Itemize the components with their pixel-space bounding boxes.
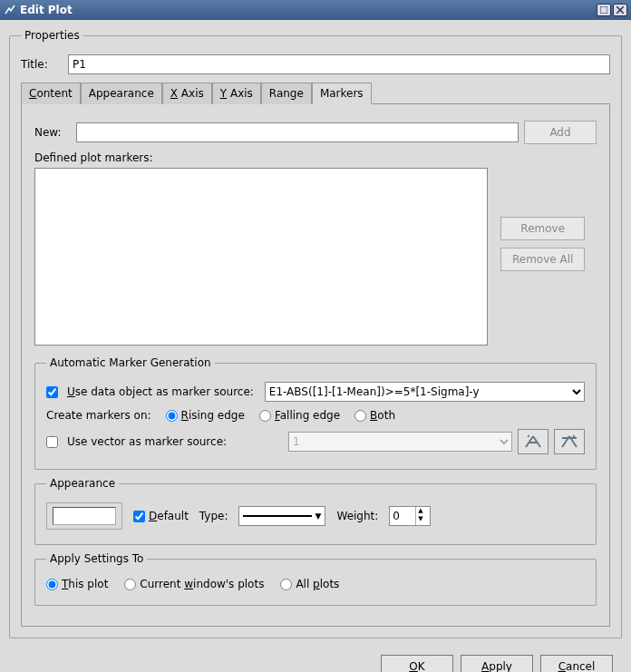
tab-x-axis[interactable]: X Axis [162, 83, 212, 104]
falling-edge-radio-label[interactable]: Falling edge [259, 409, 340, 422]
default-checkbox[interactable] [133, 511, 145, 522]
vector-tool-a-icon[interactable] [518, 429, 548, 454]
appearance-legend: Appearance [46, 477, 119, 490]
line-type-preview [243, 515, 311, 517]
window-titlebar: Edit Plot [0, 0, 631, 20]
tab-range[interactable]: Range [261, 83, 312, 104]
window-maximize-icon[interactable] [597, 4, 611, 16]
tab-y-axis[interactable]: Y Axis [212, 83, 261, 104]
properties-legend: Properties [21, 29, 83, 42]
default-checkbox-label[interactable]: Default [133, 510, 189, 522]
rising-edge-radio[interactable] [166, 410, 178, 422]
markers-panel: New: Add Defined plot markers: Remove Re… [21, 104, 610, 627]
ok-button[interactable]: OK [381, 655, 453, 672]
color-swatch-container[interactable] [46, 502, 122, 530]
this-plot-radio[interactable] [46, 579, 58, 590]
tab-appearance[interactable]: Appearance [81, 83, 162, 104]
defined-markers-label: Defined plot markers: [34, 151, 597, 164]
data-source-combo[interactable]: E1-ABS([1]-[1-Mean])>=5*[1-Sigma]-y [265, 382, 585, 402]
auto-marker-legend: Automatic Marker Generation [46, 356, 215, 369]
falling-edge-radio[interactable] [259, 410, 271, 422]
new-marker-input[interactable] [76, 122, 519, 142]
chevron-down-icon: ▼ [316, 511, 322, 521]
spinner-up-icon[interactable]: ▲ [416, 507, 424, 515]
both-radio-label[interactable]: Both [354, 409, 395, 422]
defined-markers-list[interactable] [34, 168, 488, 346]
apply-to-legend: Apply Settings To [46, 552, 147, 565]
vector-source-combo[interactable]: 1 [288, 432, 512, 452]
type-label: Type: [199, 510, 228, 522]
tab-content[interactable]: Content [21, 83, 81, 104]
cancel-button[interactable]: Cancel [540, 655, 613, 672]
add-button[interactable]: Add [524, 121, 597, 144]
create-markers-on-label: Create markers on: [46, 409, 151, 422]
svg-rect-0 [600, 6, 607, 14]
tab-bar: Content Appearance X Axis Y Axis Range M… [21, 82, 610, 104]
spinner-down-icon[interactable]: ▼ [416, 515, 424, 523]
auto-marker-group: Automatic Marker Generation Use data obj… [34, 356, 597, 470]
use-vector-label: Use vector as marker source: [67, 435, 283, 448]
weight-label: Weight: [336, 510, 378, 522]
appearance-group: Appearance Default Type: ▼ Weight: ▲▼ [34, 477, 597, 545]
remove-all-button[interactable]: Remove All [500, 248, 585, 271]
weight-input[interactable] [390, 507, 415, 525]
color-swatch[interactable] [53, 507, 116, 525]
use-vector-checkbox[interactable] [46, 436, 58, 448]
app-icon [4, 4, 16, 16]
dialog-button-bar: OK Apply Cancel [9, 646, 622, 672]
title-input[interactable] [68, 54, 610, 74]
weight-spinner[interactable]: ▲▼ [389, 506, 431, 526]
properties-group: Properties Title: Content Appearance X A… [9, 29, 622, 638]
remove-button[interactable]: Remove [500, 217, 585, 240]
window-plots-radio[interactable] [124, 579, 136, 590]
use-data-object-label: Use data object as marker source: [67, 385, 254, 398]
new-marker-label: New: [34, 126, 71, 139]
apply-button[interactable]: Apply [461, 655, 533, 672]
apply-to-group: Apply Settings To This plot Current wind… [34, 552, 597, 606]
vector-tool-b-icon[interactable] [554, 429, 585, 454]
all-plots-radio-label[interactable]: All plots [280, 578, 339, 590]
window-close-icon[interactable] [613, 4, 627, 16]
window-plots-radio-label[interactable]: Current window's plots [124, 578, 264, 590]
line-type-combo[interactable]: ▼ [238, 506, 325, 526]
tab-markers[interactable]: Markers [312, 83, 372, 104]
title-label: Title: [21, 58, 63, 71]
all-plots-radio[interactable] [280, 579, 292, 590]
both-radio[interactable] [354, 410, 366, 422]
rising-edge-radio-label[interactable]: Rising edge [166, 409, 245, 422]
this-plot-radio-label[interactable]: This plot [46, 578, 108, 590]
window-title: Edit Plot [20, 4, 595, 16]
use-data-object-checkbox[interactable] [46, 386, 58, 398]
